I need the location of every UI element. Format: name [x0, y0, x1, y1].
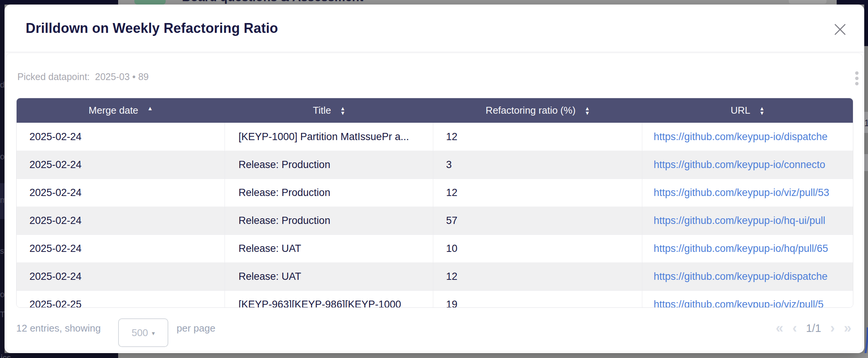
chevron-down-icon: ▾ [152, 330, 155, 337]
column-label: Title [313, 105, 331, 116]
background-page-title: Board questions & Assessment [182, 0, 363, 4]
background-sidebar-text-fragment: o [0, 152, 5, 162]
cell-merge-date: 2025-02-25 [17, 291, 225, 308]
cell-title: Release: Production [225, 179, 433, 207]
background-chart-line-fragment [864, 324, 868, 353]
background-sidebar-text-fragment: d [0, 80, 5, 90]
cell-ratio: 3 [433, 151, 642, 179]
kebab-menu-icon[interactable] [852, 70, 861, 86]
cell-title: [KEYP-1000] Partition MatIssuePr a... [225, 123, 433, 151]
modal-header: Drilldown on Weekly Refactoring Ratio [5, 5, 864, 52]
previous-page-button[interactable]: ‹ [793, 321, 797, 335]
cell-merge-date: 2025-02-24 [17, 207, 225, 235]
sort-both-icon: ▲▼ [585, 106, 590, 115]
table-header-row: Merge date▲Title▲▼Refactoring ratio (%)▲… [17, 98, 853, 123]
cell-title: Release: UAT [225, 235, 433, 262]
close-button[interactable] [833, 22, 848, 37]
background-bottom-strip: ics [0, 353, 868, 358]
background-topbar: Board questions & Assessment [0, 0, 868, 5]
next-page-button[interactable]: › [830, 321, 835, 335]
url-link[interactable]: https://github.com/keypup-io/viz/pull/53 [654, 187, 829, 199]
url-link[interactable]: https://github.com/keypup-io/dispatche [654, 131, 828, 143]
background-right-strip: 1, [864, 5, 868, 353]
background-right-text-fragment: 1, [864, 118, 868, 129]
cell-merge-date: 2025-02-24 [17, 151, 225, 179]
url-link[interactable]: https://github.com/keypup-io/connecto [654, 159, 825, 171]
drilldown-table: Merge date▲Title▲▼Refactoring ratio (%)▲… [16, 98, 853, 308]
url-link[interactable]: https://github.com/keypup-io/viz/pull/5 [654, 299, 823, 308]
background-sidebar-top [0, 0, 118, 5]
pagination: « ‹ 1/1 › » [776, 314, 851, 343]
column-header-title[interactable]: Title▲▼ [225, 98, 433, 123]
background-sidebar-text-fragment: Ti [0, 310, 5, 319]
background-right-card-fragment [864, 154, 868, 171]
table-row: 2025-02-24Release: UAT10https://github.c… [17, 235, 853, 262]
table-row: 2025-02-24Release: UAT12https://github.c… [17, 262, 853, 290]
per-page-label: per page [177, 314, 215, 343]
cell-url: https://github.com/keypup-io/connecto [642, 151, 853, 179]
background-sidebar-text-fragment: st [0, 246, 5, 256]
background-right-navy [864, 5, 868, 46]
modal-title: Drilldown on Weekly Refactoring Ratio [26, 20, 278, 36]
entries-count-label: 12 entries, showing [16, 314, 118, 343]
cell-ratio: 12 [433, 123, 642, 151]
cell-merge-date: 2025-02-24 [17, 235, 225, 262]
cell-url: https://github.com/keypup-io/dispatche [642, 263, 853, 290]
table-row: 2025-02-24Release: Production12https://g… [17, 179, 853, 207]
drilldown-modal: Drilldown on Weekly Refactoring Ratio Pi… [5, 5, 864, 353]
background-sidebar-strip: domstoTi [0, 5, 5, 353]
cell-merge-date: 2025-02-24 [17, 263, 225, 290]
column-label: URL [731, 105, 750, 116]
column-header-merge-date[interactable]: Merge date▲ [17, 98, 225, 123]
cell-merge-date: 2025-02-24 [17, 179, 225, 207]
cell-title: Release: Production [225, 207, 433, 235]
page-size-select[interactable]: 500 ▾ [118, 318, 168, 347]
cell-ratio: 10 [433, 235, 642, 262]
column-header-url[interactable]: URL▲▼ [642, 98, 853, 123]
url-link[interactable]: https://github.com/keypup-io/hq-ui/pull [654, 215, 825, 227]
sort-both-icon: ▲▼ [340, 106, 345, 115]
picked-datapoint: Picked datapoint:2025-03 • 89 [17, 71, 149, 82]
page-size-value: 500 [132, 327, 148, 339]
modal-body-card: Picked datapoint:2025-03 • 89 Merge date… [6, 53, 863, 351]
url-link[interactable]: https://github.com/keypup-io/dispatche [654, 271, 828, 282]
page-indicator: 1/1 [806, 322, 821, 335]
picked-datapoint-label: Picked datapoint: [17, 71, 90, 82]
url-link[interactable]: https://github.com/keypup-io/hq/pull/65 [654, 243, 828, 255]
close-icon [834, 23, 846, 36]
table-row: 2025-02-25[KEYP-963][KEYP-986][KEYP-1000… [17, 290, 853, 308]
picked-datapoint-value: 2025-03 • 89 [95, 71, 149, 82]
cell-ratio: 12 [433, 179, 642, 207]
cell-title: [KEYP-963][KEYP-986][KEYP-1000 [225, 291, 433, 308]
background-button-fragment [789, 0, 826, 4]
table-row: 2025-02-24Release: Production57https://g… [17, 207, 853, 235]
background-page-title-clip: Board questions & Assessment [182, 0, 522, 5]
last-page-button[interactable]: » [844, 321, 851, 335]
background-sidebar-text-fragment: m [0, 195, 5, 205]
table-body: 2025-02-24[KEYP-1000] Partition MatIssue… [17, 123, 853, 308]
cell-title: Release: Production [225, 151, 433, 179]
cell-ratio: 12 [433, 263, 642, 290]
cell-ratio: 57 [433, 207, 642, 235]
background-sidebar-text-fragment: ics [1, 353, 11, 358]
sort-ascending-icon: ▲ [147, 105, 153, 111]
background-sidebar-text-fragment: o [0, 290, 5, 299]
background-topbar-right [837, 0, 868, 5]
column-label: Refactoring ratio (%) [486, 105, 576, 116]
column-label: Merge date [89, 105, 139, 116]
column-header-refactoring-ratio[interactable]: Refactoring ratio (%)▲▼ [433, 98, 642, 123]
sort-both-icon: ▲▼ [759, 106, 765, 115]
cell-url: https://github.com/keypup-io/hq/pull/65 [642, 235, 853, 262]
cell-url: https://github.com/keypup-io/viz/pull/5 [642, 291, 853, 308]
cell-url: https://github.com/keypup-io/hq-ui/pull [642, 207, 853, 235]
table-row: 2025-02-24[KEYP-1000] Partition MatIssue… [17, 123, 853, 151]
cell-merge-date: 2025-02-24 [17, 123, 225, 151]
cell-url: https://github.com/keypup-io/viz/pull/53 [642, 179, 853, 207]
first-page-button[interactable]: « [776, 321, 783, 335]
background-sidebar-bottom [0, 353, 118, 358]
table-row: 2025-02-24Release: Production3https://gi… [17, 151, 853, 179]
screen: Board questions & Assessment domstoTi 1,… [0, 0, 868, 358]
cell-ratio: 19 [433, 291, 642, 308]
cell-title: Release: UAT [225, 263, 433, 290]
background-board-icon [134, 0, 166, 5]
